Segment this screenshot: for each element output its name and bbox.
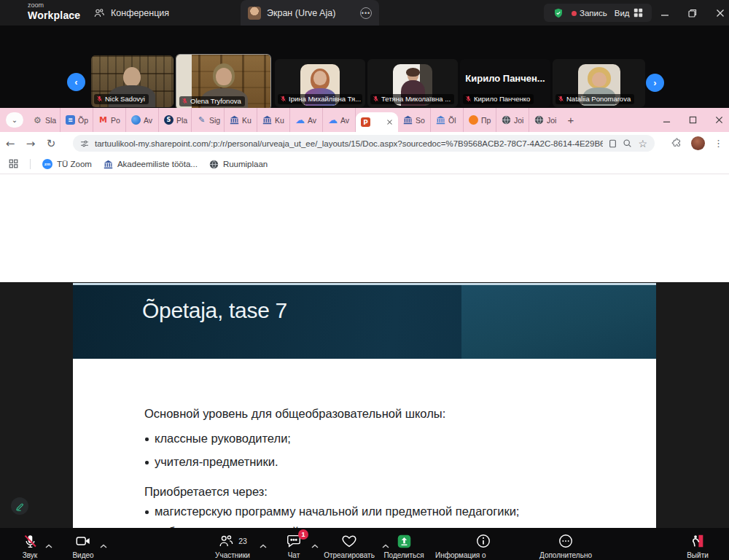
- participant-tile[interactable]: Olena Tryfonova: [176, 54, 271, 110]
- muted-mic-icon: [373, 96, 379, 102]
- muted-mic-icon: [23, 534, 38, 549]
- heart-icon: [341, 533, 357, 549]
- muted-mic-icon: [96, 96, 103, 102]
- workspace-dropdown-icon[interactable]: ⌄: [70, 9, 77, 18]
- recording-dot-icon: [572, 11, 577, 16]
- reading-mode-icon[interactable]: [609, 139, 617, 148]
- cloud-icon: ☁: [328, 115, 338, 125]
- security-shield-icon[interactable]: [553, 7, 564, 19]
- leave-button[interactable]: Выйти: [679, 533, 716, 559]
- new-tab-button[interactable]: +: [562, 108, 580, 132]
- address-bar[interactable]: tartuulikool-my.sharepoint.com/:p:/r/per…: [73, 135, 655, 152]
- browser-tab[interactable]: Joi: [496, 108, 529, 132]
- bookmark-ruumiplaan[interactable]: Ruumiplaan: [209, 160, 268, 169]
- chat-button[interactable]: 1 Чат: [279, 533, 308, 559]
- participants-options-caret[interactable]: [260, 538, 267, 551]
- restore-icon[interactable]: [688, 9, 697, 18]
- participant-tile[interactable]: Кирило Панчен... Кирило Панченко: [460, 59, 550, 107]
- powerpoint-icon: P: [361, 117, 370, 127]
- close-icon[interactable]: [716, 9, 725, 18]
- extensions-icon[interactable]: [671, 138, 682, 149]
- shared-browser-window: ⌄ ⚙Sla ≡Õp MPo Av SPla ✎Sig Ku Ku ☁Av ☁A…: [0, 108, 729, 502]
- camera-icon: [75, 533, 91, 549]
- participant-tile[interactable]: Ірина Михайлівна Тя...: [275, 59, 365, 107]
- record-label: Запись: [580, 9, 607, 18]
- reload-icon[interactable]: ↻: [41, 137, 61, 150]
- participant-name-tag: Кирило Панченко: [463, 94, 534, 104]
- url-text: tartuulikool-my.sharepoint.com/:p:/r/per…: [95, 139, 603, 148]
- bookmark-star-icon[interactable]: ☆: [638, 138, 647, 149]
- tab-screen-label: Экран (Urve Aja): [267, 8, 335, 18]
- filmstrip-next-button[interactable]: ›: [646, 74, 664, 92]
- chat-options-caret[interactable]: [311, 538, 319, 551]
- tab-search-button[interactable]: ⌄: [6, 112, 23, 128]
- react-button[interactable]: Отреагировать: [319, 533, 380, 559]
- audio-button[interactable]: Звук: [13, 533, 47, 559]
- participant-name: Olena Tryfonova: [190, 97, 241, 105]
- browser-tab[interactable]: Пр: [464, 108, 496, 132]
- close-icon[interactable]: [715, 116, 723, 124]
- pencil-icon: [15, 502, 25, 511]
- gmail-icon: M: [98, 115, 108, 125]
- browser-tab[interactable]: Joi: [529, 108, 562, 132]
- browser-tab[interactable]: Ku: [225, 108, 257, 132]
- tab-close-icon[interactable]: [386, 119, 393, 125]
- slide-bullet: магистерскую программу начальной или пре…: [155, 505, 519, 518]
- gear-icon: ⚙: [33, 115, 42, 125]
- tab-conference-label: Конференция: [111, 8, 169, 18]
- apps-grid-icon[interactable]: [9, 159, 18, 170]
- maximize-icon[interactable]: [689, 116, 697, 124]
- minimize-icon[interactable]: [663, 116, 671, 124]
- browser-tab[interactable]: ≡Õp: [61, 108, 93, 132]
- site-settings-icon[interactable]: [80, 139, 89, 148]
- share-button[interactable]: Поделиться: [378, 533, 429, 559]
- video-label: Видео: [72, 551, 93, 559]
- record-indicator[interactable]: Запись: [572, 9, 607, 18]
- people-icon: [93, 7, 105, 19]
- info-icon: [475, 533, 491, 549]
- participant-tile[interactable]: Nataliia Ponomarova: [553, 59, 645, 107]
- minimize-icon[interactable]: [660, 9, 669, 18]
- zoom-page-icon[interactable]: [623, 139, 632, 148]
- chat-badge: 1: [298, 529, 308, 540]
- forward-icon[interactable]: →: [20, 137, 41, 150]
- browser-tab[interactable]: SPla: [159, 108, 192, 132]
- participant-tile[interactable]: Nick Sadovyi: [91, 55, 174, 107]
- browser-menu-icon[interactable]: ⋮: [714, 138, 723, 149]
- participants-button[interactable]: 23 Участники: [208, 533, 257, 559]
- bookmark-akadeemiliste[interactable]: Akadeemiliste tööta...: [104, 160, 198, 169]
- tab-screen-share[interactable]: Экран (Urve Aja) •••: [241, 0, 379, 26]
- participant-name-tag: Nataliia Ponomarova: [555, 94, 634, 104]
- filmstrip-prev-button[interactable]: ‹: [67, 73, 85, 91]
- more-button[interactable]: Дополнительно: [538, 533, 593, 559]
- browser-tab[interactable]: So: [398, 108, 431, 132]
- video-options-caret[interactable]: [100, 538, 107, 551]
- tab-conference[interactable]: Конференция: [93, 0, 169, 26]
- zoom-titlebar: zoom Workplace ⌄ Конференция Экран (Urve…: [0, 0, 729, 26]
- video-button[interactable]: Видео: [66, 533, 100, 559]
- browser-tab[interactable]: ☁Av: [290, 108, 323, 132]
- browser-tab[interactable]: MPo: [93, 108, 126, 132]
- annotate-button[interactable]: [11, 497, 28, 515]
- browser-tab-active[interactable]: P: [356, 112, 398, 132]
- profile-avatar[interactable]: [691, 136, 705, 150]
- back-icon[interactable]: ←: [0, 137, 20, 150]
- browser-tab[interactable]: ⚙Sla: [28, 108, 61, 132]
- browser-tab[interactable]: ☁Av: [323, 108, 356, 132]
- participants-count: 23: [238, 537, 247, 545]
- tab-options-icon[interactable]: •••: [360, 7, 372, 19]
- more-ellipsis-icon: [558, 533, 574, 549]
- browser-tab[interactable]: Õl: [431, 108, 464, 132]
- presenter-avatar: [248, 7, 261, 20]
- browser-tab[interactable]: ✎Sig: [192, 108, 225, 132]
- view-button[interactable]: Вид: [615, 8, 643, 18]
- meeting-control-bar: Звук Видео 23 Участники 1 Чат Отреаг: [0, 528, 729, 560]
- browser-tab[interactable]: Av: [126, 108, 159, 132]
- meeting-info-button[interactable]: Информация о конференции: [435, 533, 531, 560]
- browser-tab[interactable]: Ku: [257, 108, 290, 132]
- browser-toolbar: ← → ↻ tartuulikool-my.sharepoint.com/:p:…: [0, 132, 729, 155]
- participant-tile[interactable]: Тетяна Миколаївна ...: [367, 59, 458, 107]
- participant-name: Nick Sadovyi: [105, 95, 145, 103]
- bookmark-tu-zoom[interactable]: zmTÜ Zoom: [42, 159, 92, 169]
- audio-options-caret[interactable]: [45, 538, 52, 551]
